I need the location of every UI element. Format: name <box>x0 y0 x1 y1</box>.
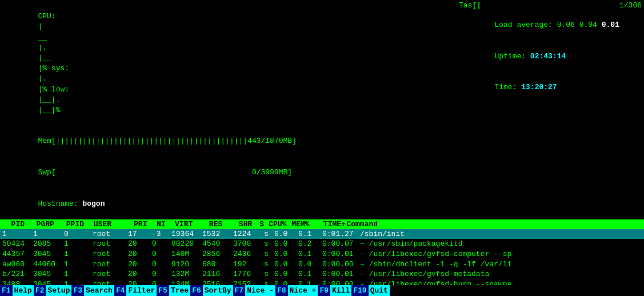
mem-bracket-open: [ <box>51 137 56 145</box>
table-row[interactable]: 4435730451root200140M28562436s0.00.10:00… <box>0 249 644 259</box>
page-num: 1/306 <box>619 1 642 10</box>
footer-label: Kill <box>330 285 351 296</box>
footer-key: F1 <box>0 285 13 296</box>
mem-row: Mem[||||||||||||||||||||||||||||||||||||… <box>2 126 459 157</box>
mem-bracket-close: ] <box>292 137 297 145</box>
tasks-label: Tas <box>459 1 472 10</box>
col-virt: VIRT <box>166 220 195 229</box>
time-row: Time: 13:20:27 <box>459 72 642 103</box>
cpu-graph: | <box>38 22 42 31</box>
time-value: 13:20:27 <box>521 83 557 91</box>
tasks-bracket: [| <box>472 1 481 10</box>
footer-item[interactable]: F1Help <box>0 285 34 296</box>
footer-key: F8 <box>275 285 288 296</box>
footer-key: F5 <box>157 285 169 296</box>
footer-label: Quit <box>369 285 390 296</box>
col-ni: NI <box>147 220 166 229</box>
header: CPU: | __ |. |__ |% sys: |. |% low: |__|… <box>0 0 644 219</box>
swp-bracket-close: ] <box>287 168 292 177</box>
footer-label: Search <box>84 285 114 296</box>
mem-label: Mem <box>38 137 51 145</box>
tasks-pagenum-row: Tas[| 1/306 <box>459 1 642 10</box>
footer-label: Tree <box>169 285 190 296</box>
footer-item[interactable]: F8Nice + <box>275 285 318 296</box>
process-list: 110root17-31936415321224s0.00.10:01.27/s… <box>0 229 644 285</box>
col-user: USER <box>89 220 125 229</box>
hostname-value: bogon <box>82 199 105 208</box>
col-cpu: CPU% <box>264 220 287 229</box>
footer-item[interactable]: F2Setup <box>34 285 72 296</box>
col-shr: SHR <box>225 220 255 229</box>
footer-label: Help <box>13 285 34 296</box>
uptime-value: 02:43:14 <box>530 52 566 61</box>
footer-item[interactable]: F6SortBy <box>190 285 233 296</box>
hostname-label: Hostname: <box>38 199 82 208</box>
swp-label: Swp <box>38 168 51 177</box>
col-pid: PID <box>2 220 32 229</box>
footer-key: F7 <box>233 285 246 296</box>
footer-item[interactable]: F3Search <box>71 285 114 296</box>
footer-label: Nice + <box>288 285 318 296</box>
footer: F1HelpF2SetupF3SearchF4FilterF5TreeF6Sor… <box>0 285 644 296</box>
cpu-bars: __ <box>38 33 47 42</box>
cpu-bars2: |__ <box>38 54 51 62</box>
footer-label: Setup <box>46 285 71 296</box>
table-row[interactable]: 5042420851root2008022045403700s0.00.20:0… <box>0 239 644 249</box>
cpu-sys: |. <box>38 74 55 83</box>
mem-value: 443/1870MB <box>247 137 292 145</box>
footer-item[interactable]: F7Nice - <box>233 285 275 296</box>
col-ppid: PPID <box>62 220 89 229</box>
swp-bars <box>56 168 252 177</box>
cpu-label: CPU: <box>38 12 65 21</box>
cpu-sep: |. <box>38 43 47 52</box>
table-row[interactable]: 348830451root200134M25162152s0.00.10:00.… <box>0 279 644 285</box>
footer-item[interactable]: F4Filter <box>114 285 157 296</box>
load-row: Load average: 0.06 0.04 0.01 <box>459 10 642 41</box>
footer-label: Nice - <box>245 285 275 296</box>
footer-key: F6 <box>190 285 203 296</box>
load-val3: 0.01 <box>602 21 619 29</box>
time-label: Time: <box>494 83 521 91</box>
hostname-row: Hostname: bogon <box>2 188 459 219</box>
cpu-end: |% sys: <box>38 64 78 73</box>
footer-item[interactable]: F9Kill <box>318 285 351 296</box>
col-res: RES <box>195 220 225 229</box>
cpu-low: |__|. <box>38 95 60 104</box>
col-s: S <box>255 220 264 229</box>
htop-screen: CPU: | __ |. |__ |% sys: |. |% low: |__|… <box>0 0 644 296</box>
load-val1: 0.06 0.04 <box>557 21 602 29</box>
system-stats: CPU: | __ |. |__ |% sys: |. |% low: |__|… <box>2 1 459 219</box>
col-pri: PRI <box>125 220 147 229</box>
table-header: PID PGRP PPID USER PRI NI VIRT RES SHR S… <box>0 219 644 229</box>
footer-label: SortBy <box>203 285 233 296</box>
system-info: Tas[| 1/306 Load average: 0.06 0.04 0.01… <box>459 1 642 219</box>
table-row[interactable]: 110root17-31936415321224s0.00.10:01.27/s… <box>0 229 644 239</box>
tasks-line: Tas[| <box>459 1 481 10</box>
footer-key: F4 <box>114 285 127 296</box>
table-row[interactable]: aw060440601root2009120680192s0.00.00:00.… <box>0 259 644 270</box>
footer-label: Filter <box>126 285 157 296</box>
footer-key: F10 <box>351 285 368 296</box>
load-label: Load average: <box>494 21 557 29</box>
col-time: TIME+ <box>310 220 346 229</box>
footer-key: F9 <box>318 285 330 296</box>
swp-value: 0/3999MB <box>252 168 287 177</box>
cpu-sys2: |% low: <box>38 85 82 94</box>
swp-bracket-open: [ <box>51 168 56 177</box>
uptime-label: Uptime: <box>494 52 530 61</box>
cpu-low2: |__|% <box>38 106 60 114</box>
footer-key: F2 <box>34 285 46 296</box>
swp-row: Swp[ 0/3999MB] <box>2 157 459 189</box>
mem-bars: ||||||||||||||||||||||||||||||||||||||||… <box>56 137 247 145</box>
uptime-row: Uptime: 02:43:14 <box>459 41 642 73</box>
footer-item[interactable]: F10Quit <box>351 285 390 296</box>
col-pgrp: PGRP <box>32 220 62 229</box>
col-mem: MEM% <box>287 220 310 229</box>
footer-key: F3 <box>71 285 84 296</box>
footer-item[interactable]: F5Tree <box>157 285 190 296</box>
cpu-row: CPU: | __ |. |__ |% sys: |. |% low: |__|… <box>2 1 459 126</box>
col-cmd: Command <box>346 220 378 229</box>
table-row[interactable]: b/22130451root200132M21161776s0.00.10:00… <box>0 269 644 279</box>
